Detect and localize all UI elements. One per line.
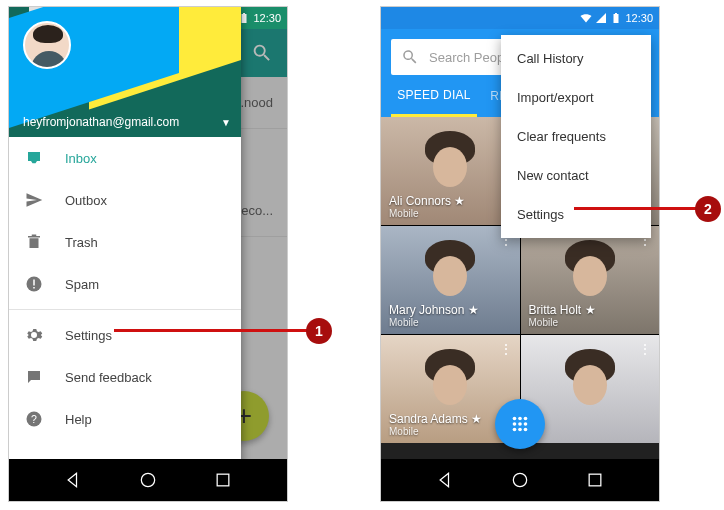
svg-point-16 (513, 473, 526, 486)
svg-point-10 (513, 422, 517, 426)
system-nav-bar (9, 459, 287, 501)
menu-item-import-export[interactable]: Import/export (501, 78, 651, 117)
svg-point-5 (141, 473, 154, 486)
chevron-down-icon: ▼ (221, 117, 231, 128)
svg-rect-1 (33, 280, 35, 286)
recent-icon[interactable] (585, 470, 605, 490)
callout-line-2 (574, 207, 698, 210)
feedback-icon (25, 368, 43, 386)
more-icon[interactable]: ⋮ (499, 341, 512, 357)
back-icon[interactable] (64, 470, 84, 490)
drawer-item-label: Trash (65, 235, 98, 250)
gear-icon (25, 326, 43, 344)
recent-icon[interactable] (213, 470, 233, 490)
home-icon[interactable] (138, 470, 158, 490)
svg-point-11 (518, 422, 522, 426)
back-icon[interactable] (436, 470, 456, 490)
clock: 12:30 (253, 12, 281, 24)
svg-text:?: ? (31, 413, 37, 425)
help-icon: ? (25, 410, 43, 428)
navigation-drawer: heyfromjonathan@gmail.com ▼ Inbox Outbox… (9, 7, 241, 501)
more-icon[interactable]: ⋮ (638, 341, 651, 357)
contact-tile[interactable]: ⋮ Mary Johnson ★ Mobile (381, 226, 520, 334)
drawer-item-label: Settings (65, 328, 112, 343)
menu-item-clear-frequents[interactable]: Clear frequents (501, 117, 651, 156)
spam-icon (25, 275, 43, 293)
send-icon (25, 191, 43, 209)
contact-type: Mobile (389, 426, 512, 437)
system-nav-bar (381, 459, 659, 501)
drawer-header: heyfromjonathan@gmail.com ▼ (9, 7, 241, 137)
battery-icon (610, 12, 622, 24)
callout-line-1 (114, 329, 308, 332)
drawer-item-spam[interactable]: Spam (9, 263, 241, 305)
inbox-icon (25, 149, 43, 167)
drawer-item-label: Help (65, 412, 92, 427)
contact-type: Mobile (389, 208, 512, 219)
callout-badge-2: 2 (695, 196, 721, 222)
svg-rect-6 (217, 474, 229, 486)
drawer-item-label: Inbox (65, 151, 97, 166)
signal-icon (595, 12, 607, 24)
drawer-item-help[interactable]: ? Help (9, 398, 241, 440)
svg-rect-17 (589, 474, 601, 486)
svg-rect-2 (33, 287, 35, 289)
svg-point-7 (513, 417, 517, 421)
dialpad-icon (509, 413, 531, 435)
dialpad-fab[interactable] (495, 399, 545, 449)
phone-dialer: 12:30 Search People & Places SPEED DIAL … (380, 6, 660, 502)
callout-badge-1: 1 (306, 318, 332, 344)
clock: 12:30 (625, 12, 653, 24)
contact-type: Mobile (389, 317, 512, 328)
svg-point-9 (524, 417, 528, 421)
wifi-icon (580, 12, 592, 24)
tab-speed-dial[interactable]: SPEED DIAL (391, 75, 477, 117)
menu-item-call-history[interactable]: Call History (501, 39, 651, 78)
drawer-item-trash[interactable]: Trash (9, 221, 241, 263)
contact-tile[interactable]: ⋮ Britta Holt ★ Mobile (521, 226, 660, 334)
drawer-item-label: Outbox (65, 193, 107, 208)
menu-item-settings[interactable]: Settings (501, 195, 651, 234)
phone-email: 12:30 ...nood ...eco... + (8, 6, 288, 502)
trash-icon (25, 233, 43, 251)
svg-point-13 (513, 428, 517, 432)
contact-name: Britta Holt ★ (529, 303, 652, 317)
svg-point-8 (518, 417, 522, 421)
account-avatar[interactable] (23, 21, 71, 69)
svg-point-12 (524, 422, 528, 426)
account-switcher[interactable]: heyfromjonathan@gmail.com ▼ (23, 115, 231, 129)
home-icon[interactable] (510, 470, 530, 490)
svg-point-15 (524, 428, 528, 432)
drawer-item-label: Send feedback (65, 370, 152, 385)
status-bar: 12:30 (381, 7, 659, 29)
drawer-item-label: Spam (65, 277, 99, 292)
contact-type: Mobile (529, 317, 652, 328)
drawer-item-settings[interactable]: Settings (9, 314, 241, 356)
search-icon (401, 48, 419, 66)
divider (9, 309, 241, 310)
contact-name: Mary Johnson ★ (389, 303, 512, 317)
drawer-item-send-feedback[interactable]: Send feedback (9, 356, 241, 398)
contact-name: Ali Connors ★ (389, 194, 512, 208)
svg-point-14 (518, 428, 522, 432)
contact-tile[interactable]: ⋮ Ali Connors ★ Mobile (381, 117, 520, 225)
contact-name: Sandra Adams ★ (389, 412, 512, 426)
menu-item-new-contact[interactable]: New contact (501, 156, 651, 195)
drawer-item-outbox[interactable]: Outbox (9, 179, 241, 221)
drawer-item-inbox[interactable]: Inbox (9, 137, 241, 179)
account-email: heyfromjonathan@gmail.com (23, 115, 179, 129)
